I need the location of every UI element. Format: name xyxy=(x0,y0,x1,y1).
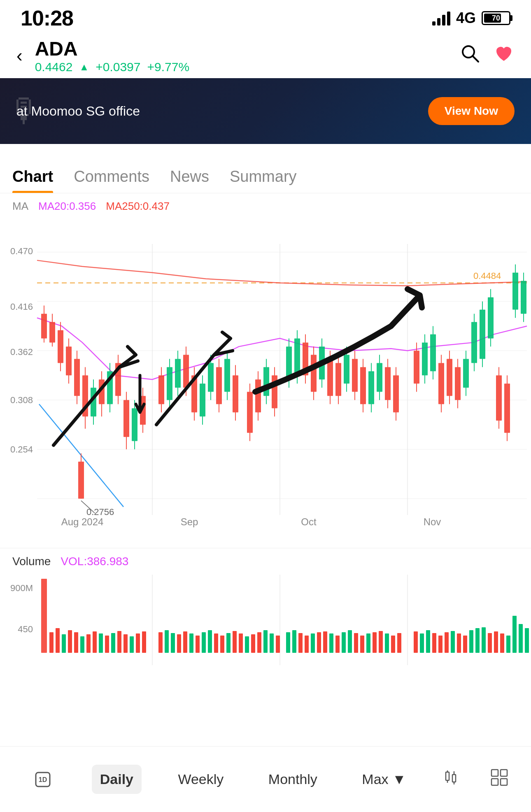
layout-button[interactable] xyxy=(490,768,509,791)
svg-rect-188 xyxy=(342,632,346,653)
svg-text:Oct: Oct xyxy=(301,516,317,527)
status-right: 4G 70 xyxy=(432,9,510,27)
svg-rect-175 xyxy=(257,632,261,653)
svg-rect-165 xyxy=(196,636,200,653)
monthly-button[interactable]: Monthly xyxy=(260,765,326,794)
svg-rect-162 xyxy=(177,634,181,653)
price-chart[interactable]: 0.470 0.416 0.362 0.308 0.254 0.4484 Aug… xyxy=(0,219,531,548)
favorite-button[interactable] xyxy=(493,43,515,69)
1d-button[interactable]: 1D xyxy=(22,765,63,794)
bottom-toolbar: 1D Daily Weekly Monthly Max ▼ xyxy=(0,746,531,812)
svg-text:900M: 900M xyxy=(10,583,33,593)
max-button[interactable]: Max ▼ xyxy=(354,765,414,794)
price-change: +0.0397 xyxy=(95,60,140,74)
chart-svg: 0.470 0.416 0.362 0.308 0.254 0.4484 Aug… xyxy=(0,219,531,548)
svg-rect-156 xyxy=(130,636,134,653)
svg-rect-183 xyxy=(311,633,315,653)
svg-rect-166 xyxy=(202,632,206,653)
svg-rect-169 xyxy=(220,636,224,653)
svg-rect-185 xyxy=(323,631,327,653)
svg-line-1 xyxy=(473,56,478,62)
svg-rect-225 xyxy=(491,770,498,776)
tab-news[interactable]: News xyxy=(170,168,209,193)
svg-rect-206 xyxy=(463,636,467,653)
ticker-name: ADA xyxy=(35,37,189,60)
svg-rect-197 xyxy=(397,633,401,653)
volume-label: Volume xyxy=(12,555,51,568)
ma20-value: MA20:0.356 xyxy=(38,200,96,213)
svg-rect-150 xyxy=(93,631,97,653)
view-now-button[interactable]: View Now xyxy=(428,97,515,125)
svg-rect-167 xyxy=(208,630,212,653)
weekly-button[interactable]: Weekly xyxy=(170,765,232,794)
svg-rect-173 xyxy=(245,636,249,653)
status-time: 10:28 xyxy=(21,6,73,30)
ma-indicator-bar: MA MA20:0.356 MA250:0.437 xyxy=(0,193,531,219)
tab-comments[interactable]: Comments xyxy=(74,168,149,193)
svg-rect-203 xyxy=(445,632,449,653)
svg-rect-159 xyxy=(158,632,163,653)
ticker-price: 0.4462 ▲ +0.0397 +9.77% xyxy=(35,60,189,74)
svg-text:0.2756: 0.2756 xyxy=(86,507,114,517)
tab-summary[interactable]: Summary xyxy=(230,168,297,193)
svg-rect-189 xyxy=(348,630,352,653)
svg-rect-190 xyxy=(354,633,358,653)
search-button[interactable] xyxy=(459,43,481,69)
price-arrow: ▲ xyxy=(79,61,89,73)
svg-rect-164 xyxy=(189,633,193,653)
svg-rect-168 xyxy=(214,633,218,653)
ma-label: MA xyxy=(12,200,28,213)
svg-rect-148 xyxy=(80,636,84,653)
network-type: 4G xyxy=(456,9,476,27)
svg-rect-214 xyxy=(512,616,517,653)
svg-rect-195 xyxy=(385,633,389,653)
signal-icon xyxy=(432,11,450,26)
svg-rect-196 xyxy=(391,636,395,653)
svg-rect-184 xyxy=(317,632,321,653)
svg-rect-198 xyxy=(414,631,418,653)
svg-rect-176 xyxy=(263,630,268,653)
svg-rect-154 xyxy=(117,631,121,653)
svg-rect-192 xyxy=(366,633,370,653)
svg-rect-213 xyxy=(506,636,510,653)
svg-rect-226 xyxy=(501,770,507,776)
svg-text:0.254: 0.254 xyxy=(10,444,33,455)
header: ‹ ADA 0.4462 ▲ +0.0397 +9.77% xyxy=(0,33,531,78)
tab-chart[interactable]: Chart xyxy=(12,168,53,193)
svg-rect-146 xyxy=(68,630,72,653)
svg-rect-219 xyxy=(446,772,449,780)
svg-rect-171 xyxy=(233,631,237,653)
svg-rect-187 xyxy=(335,636,340,653)
svg-rect-227 xyxy=(491,779,498,785)
svg-text:0.308: 0.308 xyxy=(10,395,33,405)
svg-rect-143 xyxy=(49,632,54,653)
svg-rect-160 xyxy=(165,630,169,653)
svg-rect-201 xyxy=(432,633,436,653)
svg-rect-151 xyxy=(99,633,103,653)
svg-rect-152 xyxy=(105,636,109,653)
ma250-value: MA250:0.437 xyxy=(106,200,170,213)
battery-icon: 70 xyxy=(482,11,510,25)
svg-rect-199 xyxy=(420,633,424,653)
svg-rect-186 xyxy=(329,633,333,653)
svg-rect-139 xyxy=(41,579,47,653)
daily-button[interactable]: Daily xyxy=(92,765,142,794)
candle-settings-button[interactable] xyxy=(442,768,461,791)
svg-text:Sep: Sep xyxy=(181,516,198,527)
svg-rect-158 xyxy=(142,631,146,653)
svg-text:0.470: 0.470 xyxy=(10,246,33,256)
svg-text:Nov: Nov xyxy=(424,516,441,527)
svg-rect-181 xyxy=(298,633,303,653)
back-button[interactable]: ‹ xyxy=(12,41,27,70)
svg-rect-212 xyxy=(500,633,504,653)
svg-rect-204 xyxy=(451,631,455,653)
svg-rect-172 xyxy=(239,633,243,653)
svg-rect-163 xyxy=(183,631,187,653)
svg-rect-155 xyxy=(123,634,128,653)
svg-rect-174 xyxy=(251,634,255,653)
price-pct: +9.77% xyxy=(147,60,189,74)
svg-rect-222 xyxy=(452,775,456,782)
svg-text:1D: 1D xyxy=(39,776,47,783)
svg-rect-153 xyxy=(111,633,115,653)
svg-rect-202 xyxy=(438,636,442,653)
